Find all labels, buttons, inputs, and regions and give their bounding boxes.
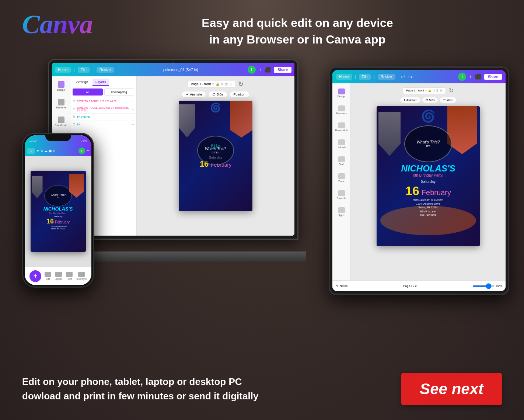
phone-design-subtitle: 0th Birthday Party!: [49, 212, 67, 214]
tablet-uploads-label: Uploads: [337, 146, 346, 149]
laptop-resize-btn[interactable]: Resize: [97, 67, 114, 73]
tablet-time-label: 5.0s: [429, 98, 434, 102]
phone-plus-icon: +: [87, 148, 89, 153]
phone-design-area: What's This? It's NICHOLAS'S 0th Birthda…: [25, 156, 91, 267]
tablet-sidebar-elements[interactable]: Elements: [335, 103, 348, 117]
layer-more-2[interactable]: ⋯: [130, 107, 134, 111]
layer-item-2[interactable]: ⠿ JAMES'S HOUSE 123 MAIN ST, HOUSTON, TX…: [70, 105, 136, 114]
tablet-file-btn[interactable]: File: [359, 74, 371, 80]
tablet-rsvp: RSVP to Leah: [420, 210, 436, 214]
design-icon: [58, 81, 64, 88]
tablet-share-btn[interactable]: Share: [484, 74, 502, 80]
canvas-actions-toolbar: ✦ Animate ⏱ 5.0s Position: [182, 91, 249, 98]
tablet-animate-btn[interactable]: ✦ Animate: [400, 97, 420, 103]
animate-btn[interactable]: ✦ Animate: [182, 91, 206, 98]
tablet-page-label-bar: Page 1 - front ▾ 🔒 ⧉ 🗑 ⊞: [403, 87, 446, 94]
tablet-sidebar-projects[interactable]: Projects: [335, 188, 348, 201]
layer-more-3[interactable]: ⋯: [130, 115, 134, 119]
tablet-draw-label: Draw: [338, 180, 344, 183]
tablet-sidebar-draw[interactable]: Draw: [335, 171, 348, 184]
sidebar-brand[interactable]: Brand Hub: [55, 115, 68, 128]
tablet-refresh-icon[interactable]: ↻: [449, 87, 454, 94]
tablet-sep1: |: [355, 74, 356, 79]
tablet-avatar: I: [458, 73, 466, 81]
layer-text-3: AT 1:30 PM: [77, 116, 90, 118]
tab-layers[interactable]: Layers: [92, 79, 109, 86]
elements-icon: [58, 99, 64, 105]
tablet-zoom-slider[interactable]: [472, 285, 495, 287]
tablet-sidebar-brand[interactable]: Brand Hub: [335, 120, 348, 133]
tablet-design-label: Design: [338, 95, 346, 98]
tablet-phone: 596-710-9696: [420, 214, 436, 216]
sidebar-design[interactable]: Design: [55, 79, 68, 93]
phone-ui: 12:10 77% ⌂ ⬅ ↻ ☁ ▣ ≡ I +: [25, 135, 91, 285]
btn-overlapping[interactable]: Overlapping: [104, 88, 135, 96]
layer-item-3[interactable]: ⠿ AT 1:30 PM ⋯: [70, 114, 136, 121]
tablet-day-label: Saturday: [421, 180, 436, 184]
drag-handle-4: ⠿: [73, 122, 75, 126]
tablet-sidebar-design[interactable]: Design: [335, 86, 348, 100]
tablet-delete-icon: 🗑: [436, 89, 439, 92]
phone-edit-btn[interactable]: Edit: [45, 272, 51, 280]
tablet-time-btn[interactable]: ⏱ 5.0s: [422, 97, 438, 103]
phone-design-preview: What's This? It's NICHOLAS'S 0th Birthda…: [31, 171, 86, 252]
phone-font-btn[interactable]: Font: [66, 272, 73, 280]
font-icon: [66, 272, 73, 277]
tablet-design-preview: 🌀 What's This? It's NICHOLAS'S 0: [377, 106, 480, 246]
laptop-canvas-area: Page 1 - front ▾ 🔒 ⧉ 🗑 ⊞ ↻: [137, 76, 294, 236]
laptop-file-btn[interactable]: File: [78, 67, 90, 73]
laptop-share-btn[interactable]: Share: [274, 67, 291, 73]
tablet-its: It's: [426, 144, 430, 148]
tablet-resize-btn[interactable]: Resize: [378, 74, 395, 80]
tab-arrange[interactable]: Arrange: [73, 79, 91, 86]
tablet-city: Felixs, AR 72201: [419, 206, 438, 210]
layer-text-2: JAMES'S HOUSE 123 MAIN ST, HOUSTON, TX 7…: [77, 107, 130, 112]
layer-item-1[interactable]: ⠿ RSVP TO RACHEL 123 123 44 55 ⋯: [70, 98, 136, 105]
layer-item-4[interactable]: ⠿ 25 ⋯: [70, 121, 136, 128]
phone-design-oval: What's This? It's: [44, 185, 72, 206]
tablet-chart-icon: ⬛: [475, 74, 481, 80]
footer-line1: Edit on your phone, tablet, laptop or de…: [22, 376, 242, 387]
lock-icon: 🔒: [216, 82, 220, 86]
laptop-home-btn[interactable]: Home: [55, 67, 71, 73]
tablet-sidebar-text[interactable]: Text: [335, 154, 348, 167]
tablet-home-btn[interactable]: Home: [336, 74, 352, 80]
header-line1: Easy and quick edit on any device: [202, 16, 393, 29]
layer-more-4[interactable]: ⋯: [130, 122, 134, 126]
laptop-user-avatar: I: [248, 66, 256, 74]
tablet-position-btn[interactable]: Position: [440, 97, 457, 103]
sidebar-brand-label: Brand Hub: [55, 124, 67, 126]
see-next-button[interactable]: See next: [401, 373, 502, 405]
phone-layers-btn[interactable]: Layers: [55, 272, 62, 280]
phone-add-btn[interactable]: +: [29, 270, 41, 282]
footer-line2: dowload and print in few minutes or send…: [22, 391, 258, 402]
refresh-icon[interactable]: ↻: [238, 80, 244, 88]
phone-home-btn[interactable]: ⌂: [27, 148, 35, 154]
btn-all[interactable]: All: [73, 88, 103, 96]
chevron-icon: ▾: [212, 82, 214, 86]
devices-container: Home | File | Resize pokemon_01 (5×7 in)…: [0, 59, 524, 306]
tablet-design-content: What's This? It's NICHOLAS'S 0th Birthda…: [377, 106, 480, 246]
tablet-copy-icon: ⧉: [433, 89, 435, 93]
tablet-animate-label: Animate: [406, 98, 417, 102]
tablet-expand-icon: ⊞: [440, 89, 443, 92]
tablet-sidebar-apps[interactable]: Apps: [335, 205, 348, 218]
tablet-animate-icon: ✦: [403, 98, 406, 102]
header-line2: in any Browser or in Canva app: [209, 33, 385, 46]
tablet-date-row: 16 February: [405, 184, 451, 198]
position-btn[interactable]: Position: [230, 91, 249, 98]
canvas-toolbar: Page 1 - front ▾ 🔒 ⧉ 🗑 ⊞ ↻: [188, 80, 244, 88]
tablet-text-icon: [338, 156, 345, 162]
time-btn[interactable]: ⏱ 5.0s: [208, 91, 227, 98]
sidebar-elements[interactable]: Elements: [55, 97, 68, 110]
phone-textstyle-btn[interactable]: Text style: [76, 272, 87, 280]
edit-icon: [45, 272, 51, 277]
tablet-actions-toolbar: ✦ Animate ⏱ 5.0s Position: [354, 97, 502, 103]
phone-day-num: 16: [46, 218, 54, 225]
tablet-clock-icon: ⏱: [425, 98, 429, 102]
tablet-undo-icon[interactable]: ↩: [401, 74, 405, 80]
tablet-sidebar-uploads[interactable]: Uploads: [335, 137, 348, 150]
canva-logo: Canva: [22, 11, 93, 38]
layer-more-1[interactable]: ⋯: [130, 99, 134, 103]
tablet-redo-icon[interactable]: ↪: [408, 74, 413, 80]
